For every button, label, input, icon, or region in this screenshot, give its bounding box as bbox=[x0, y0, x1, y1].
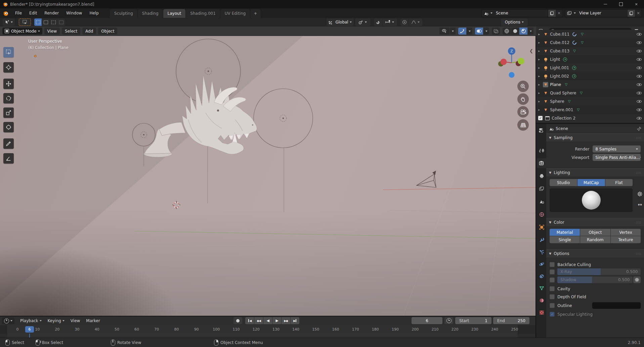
color-material-button[interactable]: Material bbox=[550, 229, 580, 236]
mesh-data-icon[interactable] bbox=[579, 40, 585, 45]
view-layer-icon[interactable] bbox=[565, 11, 577, 15]
pan-hand-button[interactable] bbox=[517, 93, 529, 105]
close-button[interactable]: × bbox=[629, 0, 644, 8]
outliner-row[interactable]: ▸ Light.002 bbox=[536, 72, 644, 80]
mesh-data-icon[interactable] bbox=[575, 107, 581, 113]
tab-scene[interactable] bbox=[537, 197, 546, 207]
proportional-edit-toggle[interactable] bbox=[400, 18, 409, 26]
tool-move[interactable] bbox=[3, 79, 14, 89]
menu-edit[interactable]: Edit bbox=[26, 8, 41, 18]
sidebar-collapse-icon[interactable]: ❮ bbox=[529, 48, 533, 53]
light-data-icon[interactable] bbox=[571, 65, 577, 71]
navigation-gizmo[interactable]: Z bbox=[495, 46, 528, 80]
panel-header-options[interactable]: ▼Options:::: bbox=[546, 249, 644, 258]
tab-shading[interactable]: Shading bbox=[138, 9, 163, 18]
scene-copy-button[interactable] bbox=[548, 10, 556, 17]
visibility-eye-icon[interactable] bbox=[636, 57, 642, 62]
expand-arrow-icon[interactable]: ▸ bbox=[538, 49, 543, 53]
options-dropdown[interactable]: Options bbox=[501, 18, 528, 26]
color-texture-button[interactable]: Texture bbox=[611, 236, 641, 243]
visibility-eye-icon[interactable] bbox=[636, 90, 642, 96]
tab-render[interactable] bbox=[537, 158, 546, 168]
tab-view-layer[interactable] bbox=[537, 184, 546, 194]
shading-caret[interactable] bbox=[528, 28, 533, 35]
xray-checkbox[interactable] bbox=[550, 269, 555, 274]
object-name[interactable]: Light.001 bbox=[550, 66, 569, 70]
snap-toggle-magnet-icon[interactable] bbox=[374, 18, 382, 26]
minimize-button[interactable] bbox=[598, 0, 613, 8]
view-layer-copy-button[interactable] bbox=[627, 10, 635, 17]
outliner-row-collection[interactable]: ✓ Collection 2 bbox=[536, 114, 644, 122]
blender-logo-icon[interactable] bbox=[3, 10, 8, 16]
object-name[interactable]: Cube.011 bbox=[550, 32, 569, 37]
collection-checkbox[interactable]: ✓ bbox=[538, 116, 543, 120]
frame-end-field[interactable]: End 250 bbox=[493, 317, 529, 324]
dof-checkbox[interactable] bbox=[550, 294, 555, 299]
tab-output[interactable] bbox=[537, 171, 546, 181]
tab-object[interactable] bbox=[537, 222, 546, 232]
scene-name[interactable]: Scene bbox=[494, 11, 548, 15]
tab-uv-editing[interactable]: UV Editing bbox=[220, 9, 251, 18]
play-reverse-button[interactable]: ◀ bbox=[263, 317, 272, 324]
panel-header-sampling[interactable]: ▼Sampling:::: bbox=[546, 133, 644, 142]
color-vertex-button[interactable]: Vertex bbox=[611, 229, 641, 236]
mesh-data-icon[interactable] bbox=[579, 32, 585, 37]
xray-toggle[interactable] bbox=[492, 28, 500, 35]
tab-object-data[interactable] bbox=[537, 283, 546, 293]
select-mode-subtract[interactable] bbox=[50, 18, 57, 26]
modifier-wrench-icon[interactable] bbox=[572, 40, 577, 45]
pivot-point-dropdown[interactable] bbox=[355, 18, 371, 26]
jump-to-end-button[interactable]: ▶ bbox=[291, 317, 299, 324]
visibility-eye-icon[interactable] bbox=[636, 107, 642, 113]
visibility-eye-icon[interactable] bbox=[636, 40, 642, 45]
tool-scale[interactable] bbox=[3, 107, 14, 118]
tab-world[interactable] bbox=[537, 209, 546, 219]
expand-arrow-icon[interactable]: ▸ bbox=[538, 41, 543, 44]
color-object-button[interactable]: Object bbox=[580, 229, 610, 236]
expand-arrow-icon[interactable]: ▸ bbox=[538, 108, 543, 112]
expand-arrow-icon[interactable]: ▸ bbox=[538, 57, 543, 61]
tool-cursor[interactable] bbox=[3, 62, 14, 73]
current-frame-chip[interactable]: 6 bbox=[25, 326, 34, 333]
tab-shading-001[interactable]: Shading.001 bbox=[186, 9, 220, 18]
object-name[interactable]: Sphere.001 bbox=[550, 107, 573, 112]
playhead-line[interactable] bbox=[29, 334, 30, 338]
menu-help[interactable]: Help bbox=[86, 8, 102, 18]
panel-header-lighting[interactable]: ▼Lighting:::: bbox=[546, 168, 644, 177]
visibility-eye-icon[interactable] bbox=[636, 65, 642, 71]
tool-annotate[interactable] bbox=[3, 138, 14, 149]
view-layer-selector[interactable]: View Layer × bbox=[565, 9, 642, 17]
timeline-track[interactable] bbox=[0, 334, 536, 338]
object-name[interactable]: Plane bbox=[550, 82, 561, 87]
expand-arrow-icon[interactable]: ▸ bbox=[538, 99, 543, 103]
editor-type-dropdown[interactable] bbox=[2, 317, 14, 324]
camera-object[interactable] bbox=[417, 171, 436, 187]
marker-menu[interactable]: Marker bbox=[83, 318, 103, 323]
gizmo-neg-z-ball[interactable] bbox=[509, 72, 515, 78]
xray-slider[interactable]: X-Ray 0.500 bbox=[557, 268, 641, 275]
shadow-settings-gear-icon[interactable] bbox=[633, 276, 641, 283]
tool-rotate[interactable] bbox=[3, 93, 14, 103]
overlays-caret[interactable] bbox=[483, 28, 489, 35]
outliner-row[interactable]: ▸ Sphere bbox=[536, 97, 644, 105]
keying-menu[interactable]: Keying bbox=[45, 318, 68, 323]
transform-orientation-dropdown[interactable]: Global bbox=[327, 18, 353, 26]
auto-keyframe-button[interactable] bbox=[444, 317, 453, 324]
tab-layout[interactable]: Layout bbox=[163, 9, 186, 18]
tool-box-select[interactable] bbox=[3, 47, 14, 57]
visibility-eye-icon[interactable] bbox=[636, 48, 642, 54]
select-mode-extend[interactable] bbox=[42, 18, 49, 26]
snap-target-dropdown[interactable] bbox=[382, 18, 397, 26]
frame-ruler[interactable]: 010 2030 4050 6070 8090 100110 120130 14… bbox=[0, 325, 536, 334]
backface-culling-checkbox[interactable] bbox=[550, 262, 555, 267]
viewport-canvas[interactable]: User Perspective (6) Collection | Plane bbox=[0, 36, 536, 316]
properties-editor-type-dropdown[interactable] bbox=[537, 125, 546, 135]
expand-arrow-icon[interactable]: ▸ bbox=[538, 83, 543, 86]
lighting-matcap-button[interactable]: MatCap bbox=[577, 179, 605, 186]
object-name[interactable]: Quad Sphere bbox=[550, 91, 576, 95]
outliner-row[interactable]: ▸ Cube.012 bbox=[536, 38, 644, 47]
shading-solid-icon[interactable] bbox=[511, 28, 519, 35]
jump-to-start-button[interactable]: ◀ bbox=[245, 317, 254, 324]
outline-checkbox[interactable] bbox=[550, 303, 555, 308]
outliner-row[interactable]: ▸ Cube.011 bbox=[536, 30, 644, 38]
